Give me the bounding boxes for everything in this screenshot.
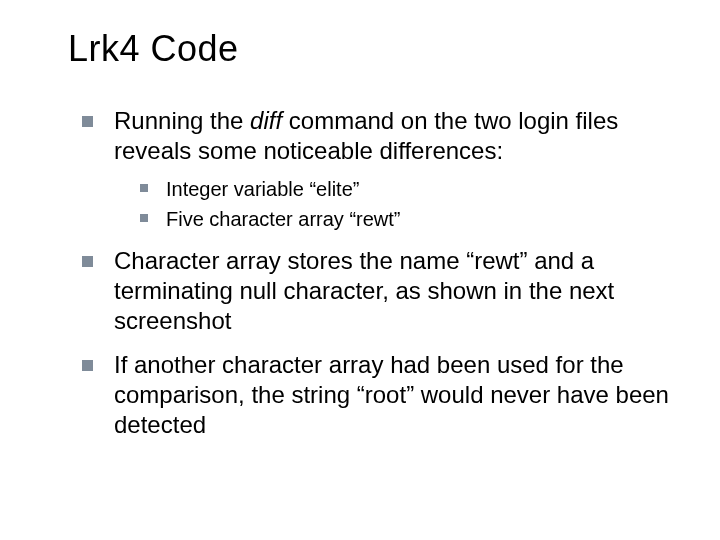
sub-bullet-list: Integer variable “elite” Five character … — [114, 176, 672, 232]
bullet-item-1: Running the diff command on the two logi… — [82, 106, 672, 232]
bullet-1-text-em: diff — [250, 107, 282, 134]
slide-title: Lrk4 Code — [68, 28, 672, 70]
bullet-item-3: If another character array had been used… — [82, 350, 672, 440]
bullet-list: Running the diff command on the two logi… — [68, 106, 672, 440]
bullet-item-2: Character array stores the name “rewt” a… — [82, 246, 672, 336]
bullet-1-text-pre: Running the — [114, 107, 250, 134]
sub-bullet-item-2: Five character array “rewt” — [140, 206, 672, 232]
sub-bullet-item-1: Integer variable “elite” — [140, 176, 672, 202]
slide: Lrk4 Code Running the diff command on th… — [0, 0, 720, 540]
